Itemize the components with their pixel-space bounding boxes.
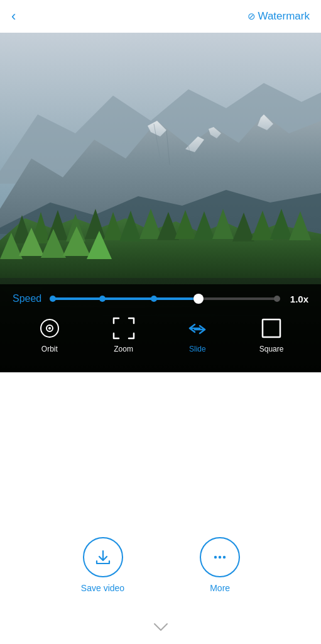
slider-thumb[interactable] <box>193 294 204 304</box>
save-video-button[interactable]: Save video <box>81 537 124 594</box>
header: ‹ ⊘ Watermark <box>0 0 321 33</box>
svg-point-42 <box>48 327 51 330</box>
bottom-actions: Save video More <box>0 537 321 594</box>
mode-slide[interactable]: Slide <box>175 316 219 353</box>
speed-slider[interactable] <box>53 297 277 300</box>
slider-dot-3 <box>151 296 157 302</box>
slider-dot-1 <box>50 296 56 302</box>
svg-point-47 <box>219 556 221 558</box>
chevron-down[interactable] <box>153 623 168 631</box>
save-video-circle <box>83 537 123 577</box>
more-label: More <box>210 582 230 594</box>
zoom-label: Zoom <box>114 345 133 353</box>
save-video-label: Save video <box>81 582 124 594</box>
speed-track-fill <box>53 297 199 300</box>
watermark-icon: ⊘ <box>248 11 256 22</box>
watermark-text: Watermark <box>258 10 310 23</box>
mode-square[interactable]: Square <box>249 316 293 353</box>
more-button[interactable]: More <box>200 537 240 594</box>
mode-orbit[interactable]: Orbit <box>28 316 72 353</box>
mode-row: Orbit Zoom <box>13 316 308 353</box>
square-label: Square <box>259 345 284 353</box>
watermark-label[interactable]: ⊘ Watermark <box>248 10 310 23</box>
svg-rect-45 <box>263 319 280 337</box>
more-circle <box>200 537 240 577</box>
svg-point-48 <box>223 556 226 558</box>
slide-icon <box>185 316 210 341</box>
speed-label: Speed <box>13 293 45 304</box>
speed-row: Speed 1.0x <box>13 293 308 304</box>
svg-point-46 <box>214 556 217 558</box>
back-button[interactable]: ‹ <box>11 8 16 25</box>
slide-label: Slide <box>189 345 206 353</box>
square-icon <box>259 316 284 341</box>
mode-zoom[interactable]: Zoom <box>102 316 146 353</box>
slider-dot-5 <box>274 296 280 302</box>
photo-area: Speed 1.0x <box>0 33 321 372</box>
slider-dot-2 <box>99 296 106 302</box>
photo-controls-overlay: Speed 1.0x <box>0 284 321 372</box>
orbit-icon <box>37 316 62 341</box>
orbit-label: Orbit <box>41 345 58 353</box>
speed-value: 1.0x <box>285 294 308 304</box>
zoom-icon <box>111 316 136 341</box>
